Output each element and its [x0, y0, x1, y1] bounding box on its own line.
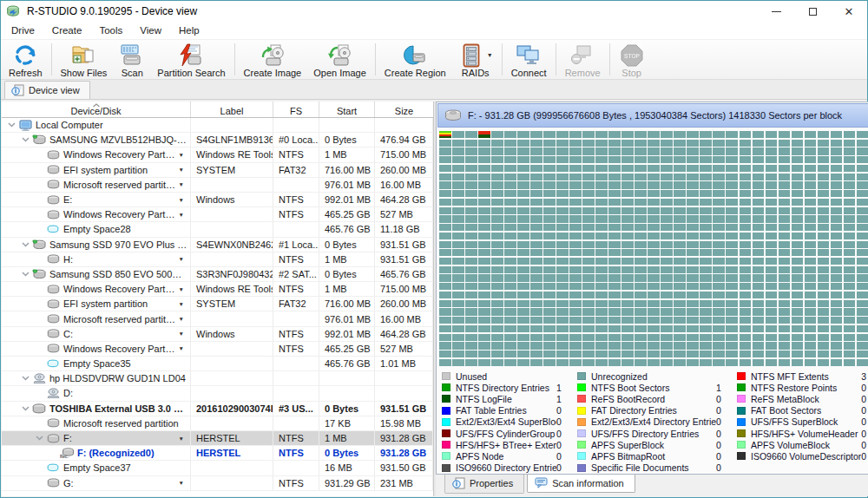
minimize-button[interactable]	[758, 1, 794, 22]
tab-properties[interactable]: Properties	[444, 475, 524, 494]
fs-cell: #3 US...	[273, 402, 319, 416]
row-dropdown-arrow-icon[interactable]: ▼	[179, 256, 184, 262]
scan-block-cell	[478, 233, 490, 239]
device-cell: Windows Recovery Partition▼	[2, 207, 191, 221]
tree-row-g[interactable]: G:▼NTFS931.29 GB231 MB	[2, 476, 433, 491]
toolbar-partition-search-button[interactable]: Partition Search	[151, 42, 231, 79]
tree-row-efi-system-partition[interactable]: EFI system partition▼SYSTEMFAT32716.00 M…	[2, 163, 433, 178]
scan-block-cell	[595, 215, 608, 222]
tree-row-efi-system-partition[interactable]: EFI system partition▼SYSTEMFAT32716.00 M…	[2, 297, 433, 311]
tree-row-d[interactable]: D:	[2, 386, 433, 401]
menu-tools[interactable]: Tools	[90, 23, 131, 37]
tree-row-samsung-ssd-970-evo-plus-1tb-2[interactable]: Samsung SSD 970 EVO Plus 1TB 2...S4EWNX0…	[2, 238, 433, 252]
scan-block-cell	[713, 249, 725, 256]
scan-block-cell	[635, 199, 647, 206]
tree-row-empty-space35[interactable]: Empty Space35465.76 GB1.01 MB	[2, 357, 433, 371]
tree-row-windows-recovery-partition[interactable]: Windows Recovery Partition▼Windows RE To…	[2, 147, 433, 162]
toolbar-raids-button[interactable]: ▼RAIDs	[452, 42, 499, 79]
tree-row-c[interactable]: C:▼WindowsNTFS992.01 MB464.28 GB	[2, 327, 433, 342]
tab-scan-information[interactable]: Scan information	[527, 475, 635, 493]
start-cell	[319, 118, 375, 132]
row-dropdown-arrow-icon[interactable]: ▼	[179, 345, 184, 351]
toolbar-show-files-button[interactable]: Show Files	[55, 42, 114, 79]
tree-row-hp-hldsdvdrw-gud1n-ld04[interactable]: hp HLDSDVDRW GUD1N LD04	[2, 371, 433, 386]
tree-row-windows-recovery-partition[interactable]: Windows Recovery Partition▼NTFS465.25 GB…	[2, 342, 433, 357]
toolbar-create-image-button[interactable]: Create Image	[238, 42, 308, 79]
tree-row-samsung-ssd-850-evo-500gb-em[interactable]: Samsung SSD 850 EVO 500GB EM...S3R3NF0J9…	[2, 267, 433, 282]
scan-block-cell	[687, 131, 699, 138]
device-name: Samsung SSD 970 EVO Plus 1TB 2...	[49, 239, 188, 250]
row-dropdown-arrow-icon[interactable]: ▼	[179, 212, 184, 218]
toolbar-scan-button[interactable]: Scan	[113, 42, 151, 79]
row-dropdown-arrow-icon[interactable]: ▼	[179, 301, 184, 307]
scan-block-cell	[818, 215, 830, 222]
scan-block-cell	[661, 131, 673, 138]
legend-label: ISO9660 Directory Entries	[456, 462, 556, 473]
expander-chevron-down-icon[interactable]	[5, 122, 17, 128]
menu-view[interactable]: View	[131, 23, 170, 37]
open-image-icon	[327, 43, 353, 68]
scan-block-cell	[844, 351, 856, 357]
close-button[interactable]: ✕	[831, 1, 867, 22]
tree-row-microsoft-reserved-partition[interactable]: Microsoft reserved partition▼976.01 MB16…	[2, 311, 433, 326]
raids-dropdown-arrow-icon[interactable]: ▼	[487, 52, 493, 58]
row-dropdown-arrow-icon[interactable]: ▼	[179, 167, 184, 173]
scan-block-cell	[608, 292, 621, 298]
row-dropdown-arrow-icon[interactable]: ▼	[179, 197, 184, 203]
column-header-device-disk[interactable]: Device/Disk	[2, 102, 191, 117]
tree-row-empty-space28[interactable]: Empty Space28465.76 GB11.18 GB	[2, 222, 433, 237]
partition-icon	[45, 329, 61, 338]
tree-row-windows-recovery-partition[interactable]: Windows Recovery Partition▼Windows RE To…	[2, 282, 433, 297]
tree-row-h[interactable]: H:▼NTFS1 MB931.51 GB	[2, 252, 433, 267]
scan-block-cell	[478, 181, 490, 188]
tree-row-microsoft-reserved-partition[interactable]: Microsoft reserved partition▼976.01 MB16…	[2, 178, 433, 193]
toolbar-create-region-button[interactable]: Create Region	[378, 42, 452, 79]
scan-block-cell	[543, 147, 556, 154]
scan-block-cell	[766, 233, 778, 239]
column-header-fs[interactable]: FS	[273, 102, 319, 117]
row-dropdown-arrow-icon[interactable]: ▼	[179, 480, 184, 486]
scan-block-cell	[831, 147, 843, 154]
tree-row-e[interactable]: E:▼WindowsNTFS992.01 MB464.28 GB	[2, 193, 433, 207]
expander-chevron-down-icon[interactable]	[19, 376, 31, 381]
row-dropdown-arrow-icon[interactable]: ▼	[179, 436, 184, 442]
row-dropdown-arrow-icon[interactable]: ▼	[179, 331, 184, 337]
expander-chevron-down-icon[interactable]	[19, 242, 31, 247]
tree-row-f-recognized0[interactable]: Rec.F: (Recognized0)HERSTELNTFS0 Bytes93…	[2, 446, 433, 461]
expander-chevron-down-icon[interactable]	[19, 406, 31, 411]
tree-row-local-computer[interactable]: Local Computer	[2, 118, 433, 133]
scan-block-cell	[805, 334, 817, 341]
scan-block-cell	[831, 241, 843, 248]
expander-chevron-down-icon[interactable]	[19, 137, 31, 142]
row-dropdown-arrow-icon[interactable]: ▼	[179, 181, 184, 187]
fat-boot-sectors-swatch	[737, 407, 746, 415]
expander-chevron-down-icon[interactable]	[33, 436, 45, 441]
menu-create[interactable]: Create	[43, 23, 91, 37]
expander-chevron-down-icon[interactable]	[19, 272, 31, 277]
tree-row-toshiba-external-usb-3-0-5438[interactable]: TOSHIBA External USB 3.0 543820161029003…	[2, 402, 433, 416]
column-header-size[interactable]: Size	[375, 102, 433, 117]
scan-block-cell	[439, 233, 451, 239]
menu-help[interactable]: Help	[170, 23, 208, 37]
tab-device-view[interactable]: Device view	[4, 81, 90, 99]
scan-block-cell	[792, 334, 804, 341]
row-dropdown-arrow-icon[interactable]: ▼	[179, 286, 184, 292]
tree-row-samsung-mzvlb512hbjq-000[interactable]: SAMSUNG MZVLB512HBJQ-000...S4GLNF1MB9136…	[2, 133, 433, 147]
scan-block-cell	[700, 300, 712, 307]
tree-row-empty-space37[interactable]: Empty Space3716 MB931.50 GB	[2, 461, 433, 475]
scan-block-cell	[648, 351, 660, 357]
scan-block-cell	[465, 199, 477, 206]
row-dropdown-arrow-icon[interactable]: ▼	[179, 152, 184, 158]
scan-block-cell	[635, 351, 647, 357]
row-dropdown-arrow-icon[interactable]: ▼	[179, 316, 184, 322]
toolbar-connect-button[interactable]: Connect	[505, 42, 553, 79]
maximize-button[interactable]	[794, 1, 831, 22]
column-header-label[interactable]: Label	[191, 102, 273, 117]
tree-row-windows-recovery-partition[interactable]: Windows Recovery Partition▼NTFS465.25 GB…	[2, 207, 433, 222]
tree-row-f[interactable]: F:▼HERSTELNTFS1 MB931.28 GB	[2, 431, 433, 446]
toolbar-refresh-button[interactable]: Refresh	[3, 42, 49, 79]
menu-drive[interactable]: Drive	[3, 23, 43, 37]
column-header-start[interactable]: Start	[319, 102, 375, 117]
tree-row-microsoft-reserved-partition[interactable]: Microsoft reserved partition17 KB15.98 M…	[2, 416, 433, 431]
toolbar-open-image-button[interactable]: Open Image	[307, 42, 372, 79]
